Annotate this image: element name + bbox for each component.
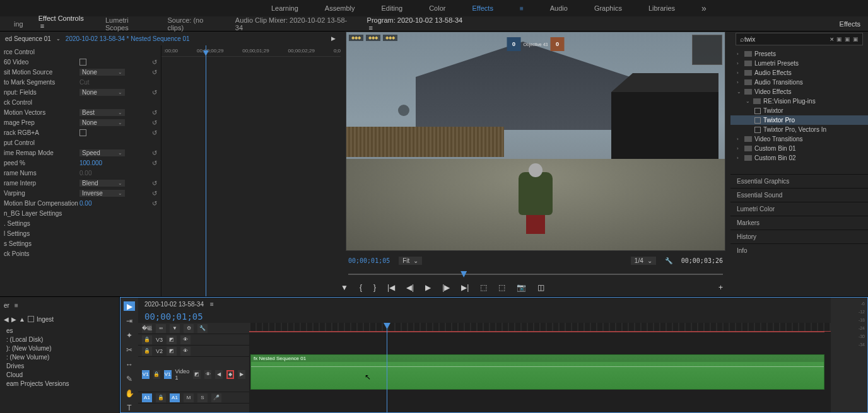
razor-tool[interactable]: ✂ (124, 345, 135, 354)
project-item[interactable]: : (Local Disk) (4, 336, 115, 345)
chevron-down-icon[interactable]: ⌄ (56, 36, 61, 42)
prev-keyframe-icon[interactable]: ◀ (215, 370, 223, 379)
effect-keyframe-area[interactable]: :00;0000;00;00;2900;00;01;2900;00;02;290… (161, 45, 341, 296)
workspace-libraries[interactable]: Libraries (648, 4, 675, 12)
effect-property[interactable]: Motion Blur Compensation0.00↺ (4, 198, 157, 208)
compare-button[interactable]: ◫ (537, 283, 544, 292)
tab-source[interactable]: Source: (no clips) (160, 16, 227, 32)
playhead-icon[interactable] (206, 45, 206, 296)
workspace-menu-icon[interactable]: ≡ (520, 5, 524, 12)
tab-effect-controls[interactable]: Effect Controls ≡ (31, 15, 98, 33)
effect-property[interactable]: rce Control (4, 47, 157, 57)
mark-in-button[interactable]: { (360, 283, 362, 292)
timeline-playhead[interactable] (387, 323, 387, 412)
voice-icon[interactable]: 🎤 (211, 393, 221, 402)
workspace-audio[interactable]: Audio (550, 4, 568, 12)
track-a1[interactable]: A1🔒A1 M S 🎤 (138, 392, 249, 404)
program-timecode[interactable]: 00;00;01;05 (348, 257, 390, 264)
panel-tab[interactable]: Essential Graphics (730, 174, 868, 188)
effect-property[interactable]: ime Remap ModeSpeed⌄↺ (4, 148, 157, 158)
track-v2[interactable]: 🔒V2◩👁 (138, 346, 249, 357)
effects-tree-item[interactable]: ›Audio Transitions (730, 78, 868, 87)
effects-tree-item[interactable]: ›Custom Bin 02 (730, 153, 868, 163)
track-v3[interactable]: 🔒V3◩👁 (138, 334, 249, 346)
tab-program-monitor[interactable]: Program: 2020-10-02 13-58-34 ≡ (360, 16, 476, 32)
effect-property[interactable]: VarpingInverse⌄↺ (4, 188, 157, 198)
type-tool[interactable]: T (124, 403, 135, 412)
effect-property[interactable]: n_BG Layer Settings (4, 208, 157, 218)
go-to-out-button[interactable]: ▶| (461, 283, 469, 292)
up-icon[interactable]: ▲ (19, 316, 25, 323)
tab-effects-panel[interactable]: Effects (832, 20, 868, 28)
effects-tree-item[interactable]: Twixtor (730, 106, 868, 115)
fx-badge-icon[interactable]: ▣ (836, 36, 842, 42)
project-item[interactable]: : (New Volume) (4, 354, 115, 363)
track-v1[interactable]: V1 🔒 V1 Video 1 ◩👁 ◀ ◆ ▶ (138, 357, 249, 392)
add-button-icon[interactable]: + (718, 283, 723, 292)
fx-badge-icon[interactable]: ▣ (853, 36, 859, 42)
hand-tool[interactable]: ✋ (124, 388, 135, 398)
resolution-dropdown[interactable]: 1/4⌄ (631, 257, 656, 265)
panel-tab[interactable]: Essential Sound (730, 188, 868, 202)
panel-menu-icon[interactable]: ≡ (15, 302, 18, 309)
solo-button[interactable]: S (197, 393, 208, 402)
mute-button[interactable]: M (184, 393, 194, 402)
workspace-learning[interactable]: Learning (271, 4, 298, 12)
fwd-icon[interactable]: ▶ (11, 316, 16, 323)
back-icon[interactable]: ◀ (4, 316, 9, 323)
timeline-content[interactable]: fx Nested Sequence 01 ↖ (249, 323, 831, 412)
step-back-button[interactable]: ◀| (406, 283, 414, 292)
effects-search-input[interactable] (744, 36, 830, 43)
marker-icon[interactable]: ▼ (170, 324, 180, 333)
wrench-icon[interactable]: 🔧 (197, 324, 208, 333)
project-item[interactable]: ): (New Volume) (4, 345, 115, 354)
export-frame-button[interactable]: 📷 (517, 283, 526, 292)
effects-tree-item[interactable]: ⌄RE:Vision Plug-ins (730, 96, 868, 106)
workspace-graphics[interactable]: Graphics (594, 4, 622, 12)
pen-tool[interactable]: ✎ (124, 374, 135, 383)
effect-property[interactable]: 60 Video↺ (4, 57, 157, 67)
play-only-icon[interactable]: ▶ (331, 35, 336, 42)
effects-tree-item[interactable]: Twixtor Pro, Vectors In (730, 125, 868, 134)
effect-property[interactable]: nput: FieldsNone⌄↺ (4, 87, 157, 97)
tab-ing[interactable]: ing (6, 20, 31, 28)
wrench-icon[interactable]: 🔧 (665, 257, 672, 264)
add-keyframe-button[interactable]: ◆ (226, 370, 235, 379)
effect-property[interactable]: rame Nums0.00 (4, 168, 157, 178)
effects-tree-item[interactable]: ›Custom Bin 01 (730, 144, 868, 153)
breadcrumb-clip[interactable]: 2020-10-02 13-58-34 * Nested Sequence 01 (66, 35, 190, 42)
zoom-level-dropdown[interactable]: Fit⌄ (399, 257, 422, 265)
settings-icon[interactable]: ⚙ (184, 324, 194, 333)
effect-property[interactable]: put Control (4, 137, 157, 148)
fx-badge-icon[interactable]: ▣ (845, 36, 850, 42)
effect-property[interactable]: rack RGB+A↺ (4, 127, 157, 137)
workspace-editing[interactable]: Editing (382, 4, 403, 12)
project-item[interactable]: Cloud (4, 371, 115, 380)
program-video-frame[interactable]: ◆◆◆◆◆◆◆◆◆ 0 Objective 43 0 (346, 32, 725, 251)
tab-lumetri-scopes[interactable]: Lumetri Scopes (98, 16, 160, 32)
next-keyframe-icon[interactable]: ▶ (238, 370, 245, 379)
effect-property[interactable]: Motion VectorsBest⌄↺ (4, 107, 157, 117)
link-icon[interactable]: ∞ (156, 324, 166, 333)
project-item[interactable]: eam Projects Versions (4, 380, 115, 389)
timeline-tab[interactable]: 2020-10-02 13-58-34 (144, 301, 204, 308)
timeline-timecode[interactable]: 00;00;01;05 (138, 310, 831, 323)
effects-tree-item[interactable]: Twixtor Pro (730, 115, 868, 125)
effect-property[interactable]: rame InterpBlend⌄↺ (4, 178, 157, 188)
clear-search-icon[interactable]: × (830, 35, 834, 43)
marker-button[interactable]: ▼ (341, 283, 348, 292)
effect-property[interactable]: ck Control (4, 97, 157, 107)
project-item[interactable]: es (4, 327, 115, 336)
step-forward-button[interactable]: |▶ (442, 283, 450, 292)
breadcrumb-sequence[interactable]: ed Sequence 01 (5, 35, 51, 42)
project-tab[interactable]: er (4, 302, 9, 309)
workspace-color[interactable]: Color (429, 4, 445, 12)
panel-tab[interactable]: Lumetri Color (730, 202, 868, 216)
effect-property[interactable]: l Settings (4, 228, 157, 238)
panel-tab[interactable]: Markers (730, 216, 868, 230)
program-scrubber[interactable] (348, 270, 723, 279)
mark-out-button[interactable]: } (373, 283, 376, 292)
lift-button[interactable]: ⬚ (480, 283, 487, 292)
ripple-tool[interactable]: ✦ (124, 330, 135, 340)
effect-property[interactable]: s Settings (4, 238, 157, 248)
